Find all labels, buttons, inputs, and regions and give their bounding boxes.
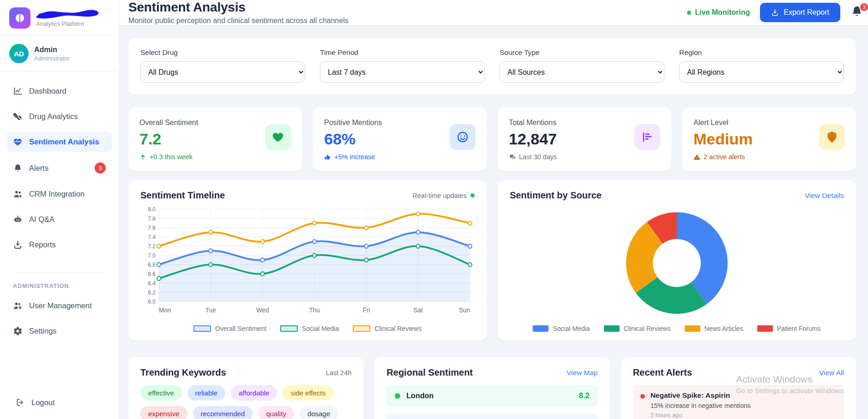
legend-label: News Articles bbox=[705, 325, 743, 332]
svg-text:6.4: 6.4 bbox=[148, 280, 156, 287]
stat-delta-text: +0.3 this week bbox=[150, 153, 193, 161]
horizontal-bar-chart-icon bbox=[634, 124, 660, 150]
sidebar-item-drug-analytics[interactable]: Drug Analytics bbox=[6, 107, 112, 126]
keyword-chip-reliable[interactable]: reliable bbox=[187, 385, 225, 401]
sidebar: Analytics Platform AD Admin Administrato… bbox=[0, 0, 119, 419]
heart-pulse-icon bbox=[13, 137, 23, 147]
recent-alerts-card: Recent Alerts View All Negative Spike: A… bbox=[621, 357, 856, 419]
svg-text:8.0: 8.0 bbox=[148, 206, 156, 213]
keyword-chip-effective[interactable]: effective bbox=[140, 385, 182, 401]
notifications-bell-icon[interactable]: 3 bbox=[850, 5, 864, 20]
export-report-label: Export Report bbox=[784, 8, 829, 17]
sources-title: Sentiment by Source bbox=[510, 190, 602, 201]
brand: Analytics Platform bbox=[0, 0, 119, 36]
sidebar-item-reports[interactable]: Reports bbox=[6, 235, 112, 255]
region-select[interactable]: All Regions bbox=[679, 61, 844, 83]
legend-item-clinical-reviews[interactable]: Clinical Reviews bbox=[353, 325, 422, 332]
keywords-card-header: Trending Keywords Last 24h bbox=[140, 367, 351, 378]
keyword-chip-quality[interactable]: quality bbox=[258, 406, 294, 419]
sentiment-timeline-card: Sentiment Timeline Real-time updates 6.0… bbox=[128, 180, 487, 341]
stat-label: Overall Sentiment bbox=[139, 119, 198, 127]
sidebar-item-user-management[interactable]: User Management bbox=[6, 296, 112, 316]
source-type-select[interactable]: All Sources bbox=[500, 61, 664, 83]
legend-item-clinical-reviews[interactable]: Clinical Reviews bbox=[604, 325, 671, 332]
stat-delta-text: +5% increase bbox=[334, 153, 375, 161]
legend-item-social-media[interactable]: Social Media bbox=[280, 325, 339, 332]
sidebar-item-settings[interactable]: Settings bbox=[6, 321, 112, 341]
alerts-card-header: Recent Alerts View All bbox=[633, 367, 844, 378]
stat-card-overall-sentiment: Overall Sentiment7.2+0.3 this week bbox=[128, 108, 302, 171]
time-period-select[interactable]: Last 7 days bbox=[320, 61, 485, 83]
sentiment-by-source-donut-chart[interactable] bbox=[623, 209, 731, 319]
page-subtitle: Monitor public perception and clinical s… bbox=[128, 17, 349, 25]
realtime-updates-status: Real-time updates bbox=[412, 192, 475, 199]
robot-icon bbox=[13, 215, 23, 224]
filter-time-period: Time PeriodLast 7 days bbox=[320, 48, 485, 83]
filters-bar: Select DrugAll DrugsTime PeriodLast 7 da… bbox=[128, 38, 856, 95]
stat-card-body: Total Mentions12,847Last 30 days bbox=[509, 119, 557, 161]
sidebar-nav-admin: User ManagementSettings bbox=[0, 296, 119, 347]
keyword-chip-affordable[interactable]: affordable bbox=[231, 385, 277, 401]
sidebar-item-logout[interactable]: Logout bbox=[0, 392, 119, 419]
sidebar-item-label: Reports bbox=[29, 240, 56, 249]
legend-label: Social Media bbox=[553, 325, 590, 332]
sidebar-item-sentiment-analysis[interactable]: Sentiment Analysis bbox=[6, 132, 112, 152]
users-gear-icon bbox=[13, 301, 23, 311]
donut-legend: Social MediaClinical ReviewsNews Article… bbox=[510, 322, 844, 334]
alert-description: 15% increase in negative mentions bbox=[651, 402, 751, 409]
legend-item-social-media[interactable]: Social Media bbox=[533, 325, 590, 332]
legend-swatch-icon bbox=[353, 325, 370, 332]
keyword-chip-recommended[interactable]: recommended bbox=[193, 406, 253, 419]
stat-value: 68% bbox=[324, 131, 382, 148]
header-actions: Live Monitoring Export Report 3 bbox=[687, 3, 863, 22]
svg-text:Fri: Fri bbox=[362, 306, 370, 314]
svg-text:6.2: 6.2 bbox=[148, 289, 156, 296]
view-all-link[interactable]: View All bbox=[819, 369, 844, 377]
keywords-title: Trending Keywords bbox=[140, 367, 226, 378]
filter-source-type: Source TypeAll Sources bbox=[500, 48, 664, 83]
keyword-chip-dosage[interactable]: dosage bbox=[300, 406, 338, 419]
sidebar-item-label: CRM Integration bbox=[29, 190, 84, 198]
smiley-icon bbox=[450, 124, 476, 150]
select-drug-select[interactable]: All Drugs bbox=[140, 61, 305, 83]
filter-label-source-type: Source Type bbox=[500, 48, 664, 57]
sidebar-item-alerts[interactable]: Alerts3 bbox=[6, 157, 112, 179]
shield-icon bbox=[819, 124, 845, 150]
realtime-dot-icon bbox=[470, 193, 475, 198]
thumbs-up-icon bbox=[324, 154, 331, 161]
sentiment-timeline-chart[interactable]: 6.06.26.46.66.87.07.27.47.67.88.0MonTueW… bbox=[140, 205, 475, 322]
sidebar-item-ai-q-a[interactable]: AI Q&A bbox=[6, 210, 112, 229]
sidebar-item-dashboard[interactable]: Dashboard bbox=[6, 81, 112, 101]
legend-label: Social Media bbox=[302, 325, 339, 332]
warning-icon bbox=[693, 154, 700, 161]
keywords-meta: Last 24h bbox=[326, 369, 352, 377]
legend-item-news-articles[interactable]: News Articles bbox=[685, 325, 743, 332]
filter-select-drug: Select DrugAll Drugs bbox=[140, 48, 305, 83]
bell-icon bbox=[13, 163, 23, 173]
stat-label: Positive Mentions bbox=[324, 119, 382, 127]
stat-card-total-mentions: Total Mentions12,847Last 30 days bbox=[498, 108, 671, 171]
legend-item-patient-forums[interactable]: Patient Forums bbox=[757, 325, 821, 332]
realtime-updates-label: Real-time updates bbox=[412, 192, 467, 199]
legend-item-overall-sentiment[interactable]: Overall Sentiment bbox=[193, 325, 266, 332]
alerts-list: Negative Spike: Aspirin15% increase in n… bbox=[633, 385, 844, 419]
trending-keywords-card: Trending Keywords Last 24h effectivereli… bbox=[128, 357, 363, 419]
svg-text:7.8: 7.8 bbox=[148, 215, 156, 222]
legend-swatch-icon bbox=[533, 325, 549, 332]
page-header-text: Sentiment Analysis Monitor public percep… bbox=[128, 0, 349, 25]
view-details-link[interactable]: View Details bbox=[805, 192, 844, 200]
view-map-link[interactable]: View Map bbox=[567, 369, 598, 377]
sidebar-item-crm-integration[interactable]: CRM Integration bbox=[6, 184, 112, 204]
export-report-button[interactable]: Export Report bbox=[760, 3, 840, 22]
keyword-chips: effectivereliableaffordableside effectse… bbox=[140, 385, 351, 419]
svg-text:6.0: 6.0 bbox=[148, 299, 156, 305]
timeline-legend: Overall SentimentSocial MediaClinical Re… bbox=[140, 322, 475, 334]
sidebar-nav: DashboardDrug AnalyticsSentiment Analysi… bbox=[0, 72, 119, 260]
svg-text:Tue: Tue bbox=[205, 306, 216, 314]
svg-text:6.8: 6.8 bbox=[148, 262, 156, 268]
keyword-chip-expensive[interactable]: expensive bbox=[140, 406, 187, 419]
user-name: Admin bbox=[34, 46, 70, 54]
keyword-chip-side-effects[interactable]: side effects bbox=[283, 385, 333, 401]
alert-dot-icon bbox=[640, 394, 645, 399]
comments-icon bbox=[509, 154, 516, 161]
